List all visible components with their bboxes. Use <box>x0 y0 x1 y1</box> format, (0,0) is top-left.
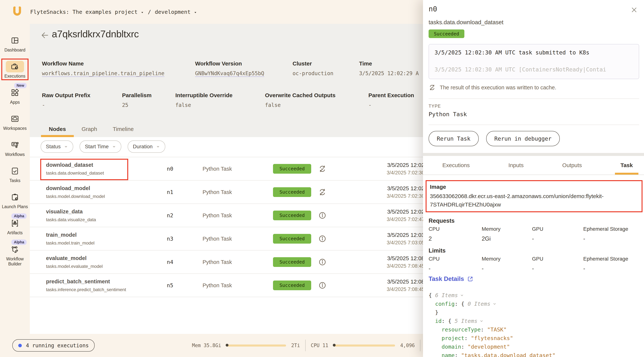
status-badge: Succeeded <box>273 211 311 220</box>
tab-executions[interactable]: Executions <box>442 156 470 175</box>
sidebar-item-executions[interactable]: Executions <box>1 61 29 79</box>
image-value: 356633062068.dkr.ecr.us-east-2.amazonaws… <box>430 192 638 209</box>
collapse-chevron-icon[interactable] <box>479 317 484 325</box>
table-row[interactable]: download_modeltasks.model.download_model… <box>30 181 423 204</box>
task-type: Python Task <box>202 259 232 265</box>
cache-icon[interactable] <box>318 188 326 196</box>
duration-filter[interactable]: Duration <box>128 140 165 153</box>
collapse-chevron-icon[interactable] <box>492 299 497 308</box>
json-items-count: 0 Items <box>468 301 490 307</box>
breadcrumb-domain[interactable]: development <box>155 9 191 15</box>
running-executions-button[interactable]: 4 running executions <box>12 339 95 351</box>
node-name: download_model <box>46 185 105 191</box>
log-box[interactable]: 3/5/2025 12:02:30 AM UTC task submitted … <box>428 44 639 79</box>
collapse-chevron-icon[interactable] <box>460 291 464 299</box>
start-time-local: 3/4/2025 7:08:45 <box>387 263 423 269</box>
table-row[interactable]: visualize_datatasks.data.visualize_data … <box>30 204 423 227</box>
limits-title: Limits <box>428 247 446 254</box>
node-id: n4 <box>167 259 173 265</box>
start-time: 3/5/2025 12:08 <box>387 278 423 285</box>
panel-tabs: Executions Inputs Outputs Task <box>423 156 644 175</box>
json-punctuation: : { <box>455 301 468 307</box>
sidebar-item-tasks[interactable]: Tasks <box>1 165 29 183</box>
artifacts-icon <box>10 219 19 228</box>
meta-label: Raw Output Prefix <box>42 92 90 99</box>
dashboard-icon <box>10 36 19 45</box>
union-logo-icon[interactable] <box>12 6 23 18</box>
tab-inputs[interactable]: Inputs <box>508 156 524 175</box>
info-icon[interactable] <box>318 235 326 243</box>
sidebar-item-launch-plans[interactable]: Launch Plans <box>1 191 29 209</box>
running-dot-icon <box>18 344 22 347</box>
info-icon[interactable] <box>318 211 326 220</box>
status-badge: Succeeded <box>273 234 311 244</box>
sidebar-item-workflows[interactable]: Workflows <box>1 139 29 157</box>
chevron-down-icon[interactable] <box>194 11 197 14</box>
sidebar-item-workspaces[interactable]: Workspaces <box>1 113 29 131</box>
json-punctuation: } <box>428 309 438 315</box>
image-label: Image <box>430 184 638 190</box>
status-badge: Succeeded <box>273 164 311 174</box>
execution-header: a7qksrldkrx7dnbltxrc Workflow Name workf… <box>30 24 423 137</box>
json-key: project <box>428 335 464 341</box>
tab-nodes[interactable]: Nodes <box>41 126 74 137</box>
task-id: tasks.model.download_model <box>46 194 105 199</box>
meta-label: Time <box>359 61 372 67</box>
top-bar: FlyteSnacks: The examples project / deve… <box>0 0 423 24</box>
workflow-name-link[interactable]: workflows.train_pipeline.train_pipeline <box>42 70 164 77</box>
sidebar-item-apps[interactable]: New Apps <box>1 87 29 105</box>
tab-task[interactable]: Task <box>620 156 633 175</box>
chevron-down-icon[interactable] <box>140 11 144 14</box>
chevron-down-icon <box>64 145 68 149</box>
node-id: n0 <box>167 166 173 172</box>
task-type: Python Task <box>202 282 232 288</box>
start-time-filter[interactable]: Start Time <box>80 140 121 153</box>
task-id: tasks.model.train_model <box>46 240 94 246</box>
breadcrumb: FlyteSnacks: The examples project / deve… <box>30 9 197 15</box>
node-details-panel: n0 tasks.data.download_dataset Succeeded… <box>423 0 644 357</box>
status-filter[interactable]: Status <box>40 140 73 153</box>
cpu-usage-bar <box>334 344 395 346</box>
table-row[interactable]: train_modeltasks.model.train_model n3 Py… <box>30 227 423 250</box>
table-row[interactable]: evaluate_modeltasks.model.evaluate_model… <box>30 250 423 274</box>
rerun-debugger-button[interactable]: Rerun in debugger <box>486 131 560 146</box>
sidebar-item-workflow-builder[interactable]: Alpha Workflow Builder <box>1 244 29 266</box>
workflow-version-link[interactable]: GNBwYNdKvaq67q4xEp55bQ <box>195 70 264 77</box>
status-badge: Succeeded <box>428 30 464 38</box>
close-icon[interactable] <box>630 6 638 14</box>
json-punctuation: : { <box>442 318 455 324</box>
sidebar-item-artifacts[interactable]: Alpha Artifacts <box>1 217 29 235</box>
sidebar-item-dashboard[interactable]: Dashboard <box>1 35 29 53</box>
info-icon[interactable] <box>318 258 326 266</box>
json-key: id <box>428 318 442 324</box>
meta-label: Parallelism <box>122 92 152 99</box>
json-punctuation: : <box>455 352 461 357</box>
tab-timeline[interactable]: Timeline <box>105 126 142 137</box>
start-time-local: 3/4/2025 7:02:47 <box>387 217 423 222</box>
json-punctuation: : <box>464 335 471 341</box>
main-tabs: Nodes Graph Timeline <box>41 126 142 137</box>
node-name: train_model <box>46 232 94 238</box>
start-time: 3/5/2025 12:02 <box>387 162 423 168</box>
task-details-link[interactable]: Task Details <box>428 275 473 282</box>
mem-max: 2Ti <box>291 343 300 348</box>
start-time-local: 3/4/2025 7:02:30 <box>387 193 423 199</box>
breadcrumb-separator: / <box>148 9 151 15</box>
breadcrumb-project[interactable]: FlyteSnacks: The examples project <box>30 9 138 15</box>
tab-graph[interactable]: Graph <box>74 126 105 137</box>
log-line: 3/5/2025 12:02:30 AM UTC [ContainersNotR… <box>434 66 633 73</box>
panel-title: n0 <box>428 5 437 13</box>
tab-outputs[interactable]: Outputs <box>562 156 582 175</box>
meta-label: Interruptible Override <box>175 92 232 99</box>
rerun-task-button[interactable]: Rerun Task <box>428 131 479 146</box>
workflows-icon <box>10 141 19 149</box>
back-arrow-icon[interactable] <box>40 31 49 40</box>
main-content: a7qksrldkrx7dnbltxrc Workflow Name workf… <box>30 24 423 334</box>
cache-icon[interactable] <box>318 165 326 173</box>
nodes-table: download_datasettasks.data.download_data… <box>30 157 423 297</box>
table-row[interactable]: download_datasettasks.data.download_data… <box>30 157 423 181</box>
type-label: TYPE <box>428 104 441 109</box>
table-row[interactable]: predict_batch_sentimenttasks.inference.p… <box>30 274 423 297</box>
json-value: "tasks.data.download_dataset" <box>461 352 556 357</box>
info-icon[interactable] <box>318 281 326 289</box>
